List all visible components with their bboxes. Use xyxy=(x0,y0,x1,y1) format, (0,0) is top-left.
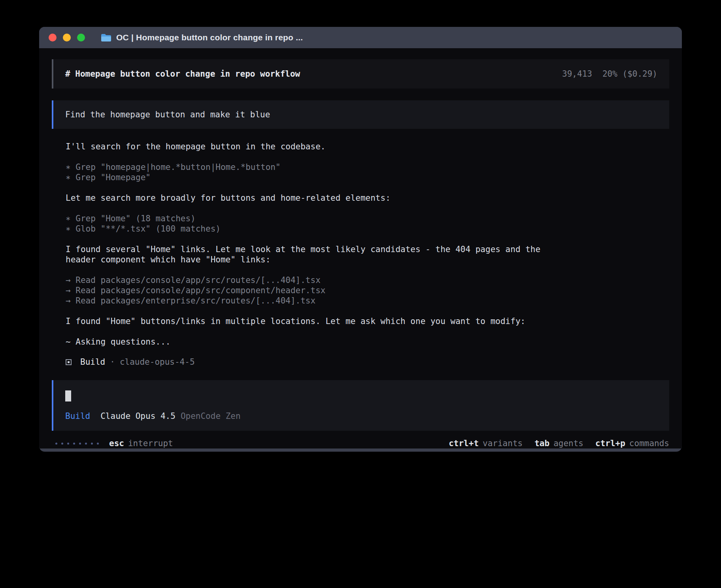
token-count: 39,413 xyxy=(562,69,592,79)
assistant-text-line: I found several "Home" links. Let me loo… xyxy=(66,244,564,265)
assistant-text-line: I'll search for the homepage button in t… xyxy=(66,141,564,152)
minimize-button[interactable] xyxy=(63,34,71,41)
terminal-window: OC | Homepage button color change in rep… xyxy=(39,27,682,452)
progress-spinner-dots xyxy=(55,443,99,445)
agent-name: Build xyxy=(80,357,105,367)
model-label[interactable]: Claude Opus 4.5 xyxy=(100,411,176,421)
folder-icon xyxy=(101,33,111,42)
status-asking-line: ~ Asking questions... xyxy=(66,337,564,347)
input-mode-row: Build Claude Opus 4.5 OpenCode Zen xyxy=(65,411,657,421)
esc-action-label: interrupt xyxy=(128,439,173,448)
conversation-log: I'll search for the homepage button in t… xyxy=(66,141,669,367)
key-label: tab xyxy=(534,439,549,448)
close-button[interactable] xyxy=(49,34,57,41)
read-tool-line: → Read packages/console/app/src/componen… xyxy=(66,285,564,296)
glob-tool-line: ∗ Glob "**/*.tsx" (100 matches) xyxy=(66,224,564,234)
status-bar: esc interrupt ctrl+t variants tab agents… xyxy=(52,439,669,448)
context-usage: 20% ($0.29) xyxy=(602,69,657,79)
window-title: OC | Homepage button color change in rep… xyxy=(116,33,303,42)
agent-model: claude-opus-4-5 xyxy=(120,357,195,367)
desktop-background: OC | Homepage button color change in rep… xyxy=(0,0,721,588)
window-titlebar[interactable]: OC | Homepage button color change in rep… xyxy=(39,27,682,48)
read-tool-line: → Read packages/enterprise/src/routes/[.… xyxy=(66,296,564,306)
shortcut-variants: ctrl+t variants xyxy=(449,439,523,448)
session-title: # Homepage button color change in repo w… xyxy=(65,69,300,79)
read-tool-line: → Read packages/console/app/src/routes/[… xyxy=(66,275,564,285)
session-stats: 39,413 20% ($0.29) xyxy=(562,69,657,79)
zoom-button[interactable] xyxy=(77,34,85,41)
terminal-content: # Homepage button color change in repo w… xyxy=(39,48,682,449)
provider-label: OpenCode Zen xyxy=(181,411,241,421)
assistant-text-line: I found "Home" buttons/links in multiple… xyxy=(66,316,564,326)
action-label: agents xyxy=(553,439,583,448)
shortcut-commands: ctrl+p commands xyxy=(595,439,669,448)
shortcut-agents: tab agents xyxy=(534,439,583,448)
assistant-text-line: Let me search more broadly for buttons a… xyxy=(66,193,564,203)
mode-badge[interactable]: Build xyxy=(65,411,90,421)
key-label: ctrl+p xyxy=(595,439,625,448)
esc-key-label: esc xyxy=(109,439,124,448)
session-header: # Homepage button color change in repo w… xyxy=(52,59,669,89)
action-label: variants xyxy=(483,439,523,448)
agent-status-row: Build · claude-opus-4-5 xyxy=(66,357,669,367)
shortcut-hints: ctrl+t variants tab agents ctrl+p comman… xyxy=(449,439,669,448)
grep-tool-line: ∗ Grep "Home" (18 matches) xyxy=(66,213,564,224)
prompt-input[interactable]: Build Claude Opus 4.5 OpenCode Zen xyxy=(52,380,669,431)
action-label: commands xyxy=(629,439,669,448)
shortcut-interrupt: esc interrupt xyxy=(109,439,173,448)
key-label: ctrl+t xyxy=(449,439,479,448)
user-message-text: Find the homepage button and make it blu… xyxy=(65,110,270,119)
agent-build-icon xyxy=(66,359,72,365)
grep-tool-line: ∗ Grep "Homepage" xyxy=(66,172,564,183)
user-message: Find the homepage button and make it blu… xyxy=(52,100,669,129)
agent-separator: · xyxy=(110,357,115,367)
grep-tool-line: ∗ Grep "homepage|home.*button|Home.*butt… xyxy=(66,162,564,172)
text-cursor xyxy=(65,390,71,401)
